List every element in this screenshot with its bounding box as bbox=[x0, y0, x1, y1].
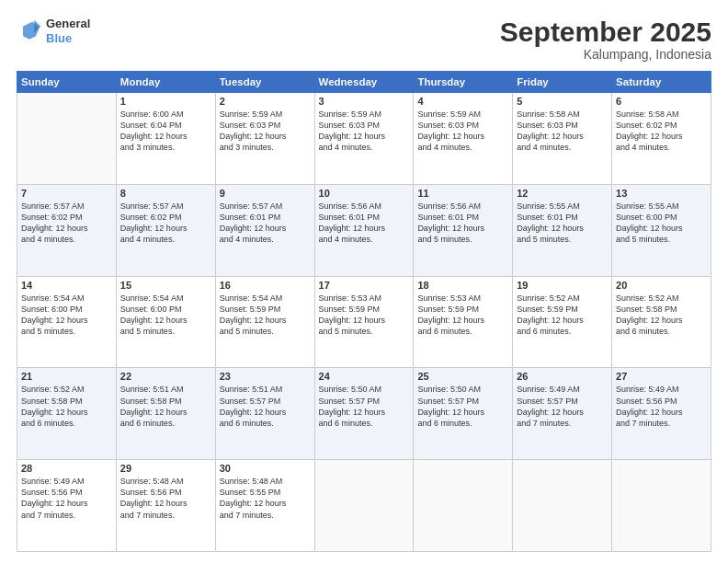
day-info: Sunrise: 5:58 AM Sunset: 6:02 PM Dayligh… bbox=[616, 109, 707, 154]
col-wednesday: Wednesday bbox=[314, 72, 414, 93]
day-number: 10 bbox=[319, 188, 410, 199]
table-row: 14Sunrise: 5:54 AM Sunset: 6:00 PM Dayli… bbox=[17, 276, 117, 368]
day-number: 7 bbox=[21, 188, 112, 199]
day-info: Sunrise: 5:59 AM Sunset: 6:03 PM Dayligh… bbox=[220, 109, 311, 154]
table-row: 28Sunrise: 5:49 AM Sunset: 5:56 PM Dayli… bbox=[17, 460, 117, 552]
day-info: Sunrise: 5:58 AM Sunset: 6:03 PM Dayligh… bbox=[517, 109, 608, 154]
day-number: 30 bbox=[220, 463, 311, 474]
day-number: 1 bbox=[120, 96, 211, 107]
logo-line1: General bbox=[46, 17, 90, 31]
day-number: 18 bbox=[417, 280, 508, 291]
day-number: 12 bbox=[517, 188, 608, 199]
location-title: Kalumpang, Indonesia bbox=[500, 47, 711, 62]
day-info: Sunrise: 5:50 AM Sunset: 5:57 PM Dayligh… bbox=[319, 384, 410, 429]
table-row: 9Sunrise: 5:57 AM Sunset: 6:01 PM Daylig… bbox=[215, 184, 314, 276]
col-sunday: Sunday bbox=[17, 72, 117, 93]
table-row: 13Sunrise: 5:55 AM Sunset: 6:00 PM Dayli… bbox=[612, 184, 711, 276]
day-info: Sunrise: 5:52 AM Sunset: 5:58 PM Dayligh… bbox=[21, 384, 112, 429]
title-block: September 2025 Kalumpang, Indonesia bbox=[500, 17, 711, 62]
day-number: 29 bbox=[120, 463, 211, 474]
table-row: 11Sunrise: 5:56 AM Sunset: 6:01 PM Dayli… bbox=[414, 184, 513, 276]
table-row: 3Sunrise: 5:59 AM Sunset: 6:03 PM Daylig… bbox=[314, 93, 414, 185]
day-info: Sunrise: 5:57 AM Sunset: 6:01 PM Dayligh… bbox=[220, 201, 311, 246]
table-row: 30Sunrise: 5:48 AM Sunset: 5:55 PM Dayli… bbox=[215, 460, 314, 552]
day-number: 6 bbox=[616, 96, 707, 107]
day-info: Sunrise: 5:48 AM Sunset: 5:56 PM Dayligh… bbox=[120, 476, 211, 521]
day-info: Sunrise: 5:49 AM Sunset: 5:56 PM Dayligh… bbox=[616, 384, 707, 429]
calendar-week-row: 21Sunrise: 5:52 AM Sunset: 5:58 PM Dayli… bbox=[17, 368, 711, 460]
day-number: 22 bbox=[120, 371, 211, 382]
day-number: 4 bbox=[417, 96, 508, 107]
table-row: 18Sunrise: 5:53 AM Sunset: 5:59 PM Dayli… bbox=[414, 276, 513, 368]
day-number: 15 bbox=[120, 280, 211, 291]
day-number: 21 bbox=[21, 371, 112, 382]
table-row: 16Sunrise: 5:54 AM Sunset: 5:59 PM Dayli… bbox=[215, 276, 314, 368]
day-number: 19 bbox=[517, 280, 608, 291]
day-info: Sunrise: 5:53 AM Sunset: 5:59 PM Dayligh… bbox=[417, 293, 508, 338]
table-row: 4Sunrise: 5:59 AM Sunset: 6:03 PM Daylig… bbox=[414, 93, 513, 185]
day-info: Sunrise: 5:52 AM Sunset: 5:58 PM Dayligh… bbox=[616, 293, 707, 338]
table-row: 5Sunrise: 5:58 AM Sunset: 6:03 PM Daylig… bbox=[513, 93, 612, 185]
day-number: 9 bbox=[220, 188, 311, 199]
logo: General Blue bbox=[17, 17, 90, 45]
table-row: 21Sunrise: 5:52 AM Sunset: 5:58 PM Dayli… bbox=[17, 368, 117, 460]
day-number: 27 bbox=[616, 371, 707, 382]
day-number: 20 bbox=[616, 280, 707, 291]
col-thursday: Thursday bbox=[414, 72, 513, 93]
day-number: 14 bbox=[21, 280, 112, 291]
table-row: 12Sunrise: 5:55 AM Sunset: 6:01 PM Dayli… bbox=[513, 184, 612, 276]
day-number: 3 bbox=[319, 96, 410, 107]
day-info: Sunrise: 5:57 AM Sunset: 6:02 PM Dayligh… bbox=[21, 201, 112, 246]
page: General Blue September 2025 Kalumpang, I… bbox=[0, 0, 728, 563]
calendar-week-row: 28Sunrise: 5:49 AM Sunset: 5:56 PM Dayli… bbox=[17, 460, 711, 552]
table-row bbox=[513, 460, 612, 552]
logo-icon bbox=[17, 18, 42, 44]
calendar-table: Sunday Monday Tuesday Wednesday Thursday… bbox=[17, 71, 711, 552]
day-number: 8 bbox=[120, 188, 211, 199]
day-info: Sunrise: 5:54 AM Sunset: 6:00 PM Dayligh… bbox=[120, 293, 211, 338]
day-info: Sunrise: 5:50 AM Sunset: 5:57 PM Dayligh… bbox=[417, 384, 508, 429]
calendar-header-row: Sunday Monday Tuesday Wednesday Thursday… bbox=[17, 72, 711, 93]
table-row: 29Sunrise: 5:48 AM Sunset: 5:56 PM Dayli… bbox=[116, 460, 215, 552]
table-row: 25Sunrise: 5:50 AM Sunset: 5:57 PM Dayli… bbox=[414, 368, 513, 460]
table-row bbox=[414, 460, 513, 552]
calendar-week-row: 14Sunrise: 5:54 AM Sunset: 6:00 PM Dayli… bbox=[17, 276, 711, 368]
table-row bbox=[314, 460, 414, 552]
day-info: Sunrise: 5:53 AM Sunset: 5:59 PM Dayligh… bbox=[319, 293, 410, 338]
day-info: Sunrise: 5:57 AM Sunset: 6:02 PM Dayligh… bbox=[120, 201, 211, 246]
table-row: 26Sunrise: 5:49 AM Sunset: 5:57 PM Dayli… bbox=[513, 368, 612, 460]
table-row: 8Sunrise: 5:57 AM Sunset: 6:02 PM Daylig… bbox=[116, 184, 215, 276]
day-info: Sunrise: 5:54 AM Sunset: 6:00 PM Dayligh… bbox=[21, 293, 112, 338]
day-number: 25 bbox=[417, 371, 508, 382]
day-info: Sunrise: 5:49 AM Sunset: 5:56 PM Dayligh… bbox=[21, 476, 112, 521]
table-row: 27Sunrise: 5:49 AM Sunset: 5:56 PM Dayli… bbox=[612, 368, 711, 460]
day-info: Sunrise: 5:51 AM Sunset: 5:58 PM Dayligh… bbox=[120, 384, 211, 429]
day-number: 26 bbox=[517, 371, 608, 382]
day-info: Sunrise: 5:52 AM Sunset: 5:59 PM Dayligh… bbox=[517, 293, 608, 338]
col-tuesday: Tuesday bbox=[215, 72, 314, 93]
day-info: Sunrise: 5:55 AM Sunset: 6:01 PM Dayligh… bbox=[517, 201, 608, 246]
day-info: Sunrise: 5:48 AM Sunset: 5:55 PM Dayligh… bbox=[220, 476, 311, 521]
day-number: 28 bbox=[21, 463, 112, 474]
day-info: Sunrise: 5:51 AM Sunset: 5:57 PM Dayligh… bbox=[220, 384, 311, 429]
day-number: 5 bbox=[517, 96, 608, 107]
calendar-week-row: 1Sunrise: 6:00 AM Sunset: 6:04 PM Daylig… bbox=[17, 93, 711, 185]
day-info: Sunrise: 5:55 AM Sunset: 6:00 PM Dayligh… bbox=[616, 201, 707, 246]
table-row: 6Sunrise: 5:58 AM Sunset: 6:02 PM Daylig… bbox=[612, 93, 711, 185]
day-number: 2 bbox=[220, 96, 311, 107]
day-info: Sunrise: 5:54 AM Sunset: 5:59 PM Dayligh… bbox=[220, 293, 311, 338]
table-row: 15Sunrise: 5:54 AM Sunset: 6:00 PM Dayli… bbox=[116, 276, 215, 368]
day-info: Sunrise: 5:59 AM Sunset: 6:03 PM Dayligh… bbox=[417, 109, 508, 154]
table-row bbox=[17, 93, 117, 185]
table-row: 7Sunrise: 5:57 AM Sunset: 6:02 PM Daylig… bbox=[17, 184, 117, 276]
col-saturday: Saturday bbox=[612, 72, 711, 93]
day-number: 23 bbox=[220, 371, 311, 382]
day-number: 11 bbox=[417, 188, 508, 199]
table-row: 1Sunrise: 6:00 AM Sunset: 6:04 PM Daylig… bbox=[116, 93, 215, 185]
day-info: Sunrise: 5:56 AM Sunset: 6:01 PM Dayligh… bbox=[319, 201, 410, 246]
col-monday: Monday bbox=[116, 72, 215, 93]
month-title: September 2025 bbox=[500, 17, 711, 47]
table-row: 17Sunrise: 5:53 AM Sunset: 5:59 PM Dayli… bbox=[314, 276, 414, 368]
table-row bbox=[612, 460, 711, 552]
table-row: 2Sunrise: 5:59 AM Sunset: 6:03 PM Daylig… bbox=[215, 93, 314, 185]
